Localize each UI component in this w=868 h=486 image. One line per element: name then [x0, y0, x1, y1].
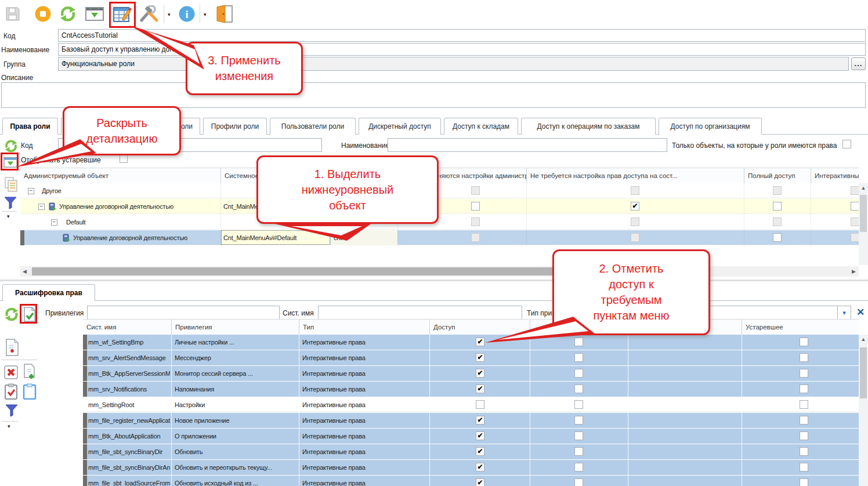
- scroll-up-icon[interactable]: ▲: [859, 335, 868, 344]
- access-checkbox[interactable]: ✔: [476, 447, 484, 456]
- tab-5[interactable]: Дискретный доступ: [359, 118, 441, 135]
- info-icon[interactable]: i: [178, 5, 196, 23]
- column-header[interactable]: Полный доступ: [744, 168, 811, 183]
- column-header[interactable]: Не требуется настройка прав доступа на с…: [526, 168, 744, 183]
- access-checkbox[interactable]: ✔: [476, 416, 484, 425]
- column-header[interactable]: Тип: [299, 320, 429, 335]
- filter-name-input[interactable]: [388, 138, 667, 152]
- column-header[interactable]: Сист. имя: [83, 320, 171, 335]
- filter-privileges-icon[interactable]: [5, 404, 19, 418]
- scroll-thumb[interactable]: [32, 267, 554, 275]
- column-header[interactable]: Привилегия: [171, 320, 299, 335]
- access-checkbox[interactable]: ✔: [476, 431, 484, 440]
- objects-grid-hscrollbar[interactable]: ◀ ▶: [20, 266, 859, 277]
- group-browse-button[interactable]: ...: [851, 57, 866, 70]
- obsolete-checkbox[interactable]: [800, 400, 808, 409]
- group-field[interactable]: [58, 57, 849, 71]
- tab-decode-rights[interactable]: Расшифровка прав: [2, 284, 95, 301]
- grid-checkbox[interactable]: [471, 202, 480, 211]
- discrete-access-checkbox[interactable]: [574, 416, 583, 425]
- type-cell: Интерактивные права: [302, 476, 428, 486]
- discrete-access-checkbox[interactable]: [574, 431, 583, 440]
- grid-checkbox[interactable]: [773, 202, 782, 211]
- tab-8[interactable]: Доступ по организациям: [659, 118, 762, 135]
- discrete-access-checkbox[interactable]: [574, 353, 583, 362]
- privilege-filter-input[interactable]: [87, 306, 280, 320]
- column-header[interactable]: Администрируемый объект: [20, 168, 220, 183]
- scroll-thumb[interactable]: [860, 195, 867, 232]
- objects-grid-vscrollbar[interactable]: ▲: [859, 183, 868, 265]
- obsolete-checkbox[interactable]: [800, 478, 808, 486]
- access-checkbox[interactable]: ✔: [476, 353, 484, 362]
- clipboard-paste-icon[interactable]: [22, 383, 37, 400]
- clipboard-check-icon[interactable]: [3, 383, 19, 400]
- obsolete-checkbox[interactable]: [800, 431, 808, 440]
- collapse-expander-icon[interactable]: −: [38, 204, 45, 210]
- discrete-access-checkbox[interactable]: [574, 338, 583, 346]
- scroll-left-icon[interactable]: ◀: [23, 269, 27, 274]
- clear-filter-icon[interactable]: ✕: [854, 306, 867, 319]
- discrete-access-checkbox[interactable]: [574, 478, 583, 486]
- expand-details-icon[interactable]: [85, 5, 104, 23]
- tab-4[interactable]: Пользователи роли: [270, 118, 356, 135]
- tools-icon[interactable]: [138, 5, 160, 23]
- scroll-up-icon[interactable]: ▲: [859, 183, 868, 193]
- grid-checkbox[interactable]: [851, 202, 859, 211]
- obsolete-checkbox[interactable]: [800, 353, 808, 362]
- stop-icon[interactable]: [34, 5, 52, 23]
- save-icon[interactable]: [3, 5, 22, 23]
- tools-dropdown-icon[interactable]: ▾: [168, 12, 171, 17]
- splitter[interactable]: [0, 280, 868, 281]
- sysname-filter-input[interactable]: [318, 306, 522, 320]
- info-dropdown-icon[interactable]: ▾: [204, 12, 207, 17]
- exit-icon[interactable]: [215, 4, 234, 24]
- code-field[interactable]: [58, 29, 866, 42]
- refresh-list-icon[interactable]: [3, 138, 19, 154]
- add-icon[interactable]: [22, 363, 37, 380]
- grid-checkbox[interactable]: [773, 233, 782, 242]
- tab-3[interactable]: Профили роли: [203, 118, 267, 135]
- tab-1[interactable]: Права роли: [2, 118, 58, 135]
- column-header[interactable]: Интерактивные права: [811, 168, 859, 183]
- access-checkbox[interactable]: [476, 400, 484, 409]
- discrete-access-checkbox[interactable]: [574, 447, 583, 456]
- access-checkbox[interactable]: ✔: [476, 478, 484, 486]
- access-checkbox[interactable]: ✔: [476, 385, 484, 393]
- obsolete-checkbox[interactable]: [800, 447, 808, 456]
- access-checkbox[interactable]: ✔: [476, 369, 484, 378]
- more-tools-icon[interactable]: ▾: [7, 214, 10, 219]
- obsolete-checkbox[interactable]: [800, 416, 808, 425]
- access-checkbox[interactable]: ✔: [476, 338, 484, 346]
- tab-7[interactable]: Доступ к операциям по заказам: [521, 118, 656, 135]
- scroll-right-icon[interactable]: ▶: [852, 269, 856, 274]
- collapse-expander-icon[interactable]: −: [28, 188, 34, 194]
- refresh-privileges-icon[interactable]: [3, 306, 20, 322]
- discrete-access-checkbox[interactable]: [574, 463, 583, 472]
- privtype-dropdown-icon[interactable]: ▾: [837, 306, 851, 320]
- tab-6[interactable]: Доступ к складам: [444, 118, 518, 135]
- more-filter-icon[interactable]: ▾: [8, 424, 10, 429]
- collapse-expander-icon[interactable]: −: [51, 219, 57, 226]
- obsolete-checkbox[interactable]: [800, 463, 808, 472]
- refresh-icon[interactable]: [58, 5, 78, 23]
- description-field[interactable]: [1, 82, 866, 108]
- obsolete-checkbox[interactable]: [800, 385, 808, 393]
- obsolete-checkbox[interactable]: [800, 369, 808, 378]
- copy-icon[interactable]: [3, 176, 19, 193]
- scroll-thumb[interactable]: [860, 347, 867, 398]
- privileges-grid-vscrollbar[interactable]: ▲: [859, 335, 868, 486]
- delete-icon[interactable]: [3, 364, 19, 380]
- revoke-access-icon[interactable]: [5, 338, 20, 357]
- only-objects-checkbox[interactable]: [842, 140, 851, 148]
- discrete-access-checkbox[interactable]: [574, 400, 583, 409]
- name-field[interactable]: [58, 43, 866, 56]
- column-header[interactable]: Доступ: [429, 320, 530, 335]
- grid-checkbox[interactable]: ✔: [631, 202, 639, 211]
- access-checkbox[interactable]: ✔: [476, 463, 484, 472]
- show-obsolete-checkbox[interactable]: [120, 155, 128, 163]
- discrete-access-checkbox[interactable]: [574, 385, 583, 393]
- filter-icon[interactable]: [3, 196, 17, 210]
- discrete-access-checkbox[interactable]: [574, 369, 583, 378]
- column-header[interactable]: Устаревшее: [742, 320, 859, 335]
- obsolete-checkbox[interactable]: [800, 338, 808, 346]
